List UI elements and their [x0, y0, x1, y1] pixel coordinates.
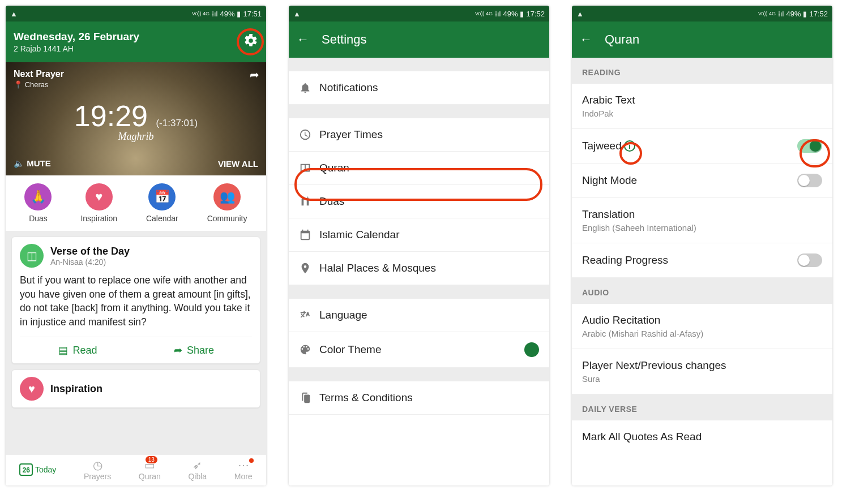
settings-language[interactable]: Language	[289, 299, 549, 332]
clock-icon: ◷	[84, 458, 111, 472]
row-title: Translation	[582, 208, 696, 221]
status-bar: ▲ Vo)) 4G ⁞ıl 49% ▮ 17:52	[289, 6, 549, 22]
screen-quran-settings: ▲ Vo)) 4G ⁞ıl 49% ▮ 17:52 ← Quran READIN…	[572, 6, 832, 485]
quick-duas[interactable]: 🙏 Duas	[24, 183, 52, 223]
quick-label: Inspiration	[80, 214, 117, 223]
quick-label: Community	[207, 214, 247, 223]
calendar-icon	[299, 229, 319, 241]
status-bar: ▲ Vo)) 4G ⁞ıl 49% ▮ 17:51	[6, 6, 266, 22]
inspiration-title: Inspiration	[50, 383, 102, 395]
nav-today[interactable]: 26 Today	[19, 463, 56, 476]
prayer-hero[interactable]: Next Prayer 📍 Cheras ➦ 19:29 (-1:37:01) …	[6, 62, 266, 175]
settings-terms[interactable]: Terms & Conditions	[289, 381, 549, 415]
read-label: Read	[72, 345, 97, 356]
verse-title: Verse of the Day	[50, 246, 130, 257]
quick-row: 🙏 Duas ♥ Inspiration 📅 Calendar 👥 Commun…	[6, 175, 266, 231]
back-button[interactable]: ←	[297, 32, 309, 47]
calendar-icon: 📅	[148, 183, 176, 210]
share-label: Share	[187, 345, 214, 356]
quick-label: Duas	[24, 214, 52, 223]
battery-label: 49%	[503, 10, 518, 18]
audio-recitation-row[interactable]: Audio Recitation Arabic (Mishari Rashid …	[572, 304, 832, 349]
row-title: Reading Progress	[582, 254, 668, 267]
item-label: Islamic Calendar	[319, 229, 400, 241]
reading-progress-toggle[interactable]	[797, 253, 822, 267]
theme-color-dot	[524, 342, 539, 357]
arabic-text-row[interactable]: Arabic Text IndoPak	[572, 84, 832, 129]
share-arrow-icon: ➦	[174, 344, 182, 356]
nav-more[interactable]: ⋯ More	[234, 458, 253, 481]
settings-halal[interactable]: Halal Places & Mosques	[289, 252, 549, 285]
row-title: Night Mode	[582, 174, 637, 187]
prayer-name: Maghrib	[14, 131, 258, 143]
next-prayer-label: Next Prayer	[14, 69, 258, 79]
verse-card[interactable]: ◫ Verse of the Day An-Nisaa (4:20) But i…	[11, 237, 260, 364]
row-sub: English (Saheeh International)	[582, 223, 696, 233]
annotation-circle-toggle	[799, 139, 830, 167]
document-icon	[299, 392, 319, 404]
item-label: Terms & Conditions	[319, 392, 413, 404]
compass-icon: ➶	[188, 458, 207, 472]
signal-icon: ⁞ıl	[778, 10, 784, 18]
inspiration-card[interactable]: ♥ Inspiration	[11, 369, 260, 408]
bell-icon	[299, 81, 319, 94]
battery-icon: ▮	[803, 10, 807, 18]
settings-header: ← Settings	[289, 22, 549, 58]
quick-inspiration[interactable]: ♥ Inspiration	[80, 183, 117, 223]
screen-today: ▲ Vo)) 4G ⁞ıl 49% ▮ 17:51 Wednesday, 26 …	[6, 6, 266, 485]
tajweed-row[interactable]: Tajweed i	[572, 129, 832, 164]
share-button[interactable]: ➦ Share	[136, 344, 252, 356]
quick-calendar[interactable]: 📅 Calendar	[146, 183, 178, 223]
nav-prayers[interactable]: ◷ Prayers	[84, 458, 111, 481]
battery-label: 49%	[220, 10, 234, 18]
settings-prayer-times[interactable]: Prayer Times	[289, 118, 549, 152]
nav-label: Quran	[139, 472, 161, 481]
settings-islamic-calendar[interactable]: Islamic Calendar	[289, 218, 549, 252]
palette-icon	[299, 343, 319, 356]
section-daily: DAILY VERSE	[572, 394, 832, 420]
row-title: Mark All Quotes As Read	[582, 431, 702, 443]
item-label: Language	[319, 309, 367, 321]
screen-settings: ▲ Vo)) 4G ⁞ıl 49% ▮ 17:52 ← Settings Not…	[289, 6, 549, 485]
pin-icon	[299, 262, 319, 274]
quick-community[interactable]: 👥 Community	[207, 183, 247, 223]
mark-all-row[interactable]: Mark All Quotes As Read	[572, 420, 832, 453]
night-mode-toggle[interactable]	[797, 174, 822, 187]
status-bar: ▲ Vo)) 4G ⁞ıl 49% ▮ 17:52	[572, 6, 832, 22]
community-icon: 👥	[213, 183, 241, 210]
nav-quran[interactable]: ▭ 13 Quran	[139, 458, 161, 481]
hijri-line: 2 Rajab 1441 AH	[14, 44, 74, 53]
nav-qibla[interactable]: ➶ Qibla	[188, 458, 207, 481]
mute-button[interactable]: 🔈 MUTE	[14, 158, 51, 169]
nav-label: Prayers	[84, 472, 111, 481]
row-sub: Sura	[582, 374, 726, 384]
row-title: Audio Recitation	[582, 314, 703, 326]
spacer	[289, 285, 549, 299]
read-button[interactable]: ▤ Read	[20, 344, 136, 356]
share-icon[interactable]: ➦	[250, 68, 259, 81]
net-label: Vo)) 4G	[475, 11, 493, 16]
nav-label: Qibla	[188, 472, 207, 481]
status-right: Vo)) 4G ⁞ıl 49% ▮ 17:51	[192, 10, 262, 18]
signal-icon: ⁞ıl	[212, 10, 218, 18]
back-button[interactable]: ←	[580, 32, 592, 47]
heart-icon: ♥	[85, 183, 113, 210]
night-mode-row[interactable]: Night Mode	[572, 164, 832, 198]
quick-label: Calendar	[146, 214, 178, 223]
battery-icon: ▮	[520, 10, 524, 18]
cards-area: ◫ Verse of the Day An-Nisaa (4:20) But i…	[6, 231, 266, 454]
reading-progress-row[interactable]: Reading Progress	[572, 243, 832, 278]
nav-label: More	[234, 472, 253, 481]
player-next-row[interactable]: Player Next/Previous changes Sura	[572, 349, 832, 394]
signal-icon: ⁞ıl	[495, 10, 501, 18]
section-reading: READING	[572, 58, 832, 84]
mute-label: MUTE	[27, 158, 51, 168]
view-all-button[interactable]: VIEW ALL	[218, 159, 258, 169]
translation-row[interactable]: Translation English (Saheeh Internationa…	[572, 198, 832, 243]
settings-notifications[interactable]: Notifications	[289, 71, 549, 105]
warning-icon: ▲	[10, 10, 18, 18]
warning-icon: ▲	[576, 10, 584, 18]
annotation-circle-quran-row	[294, 168, 542, 201]
settings-color-theme[interactable]: Color Theme	[289, 332, 549, 368]
warning-icon: ▲	[293, 10, 301, 18]
